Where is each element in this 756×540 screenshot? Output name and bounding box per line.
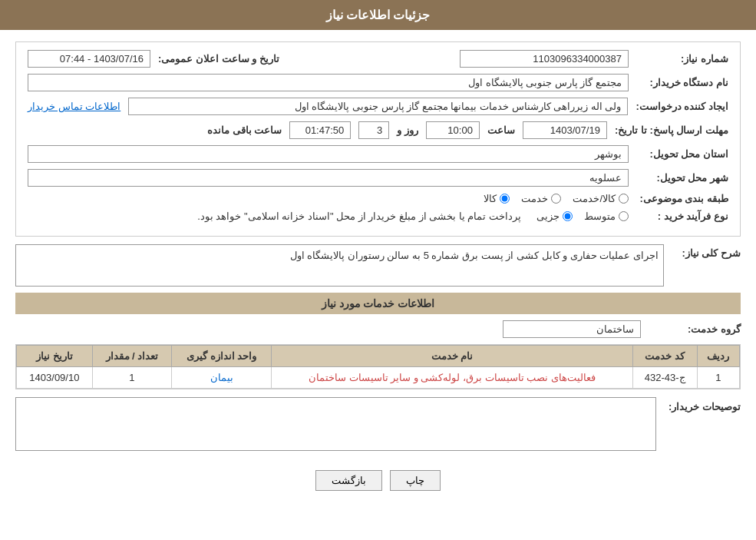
need-desc-value: اجرای عملیات حفاری و کابل کشی از پست برق… (15, 244, 664, 287)
province-value: بوشهر (28, 145, 629, 163)
category-row: طبقه بندی موضوعی: کالا/خدمت خدمت کالا (28, 193, 728, 204)
need-desc-label: شرح کلی نیاز: (672, 244, 741, 259)
creator-row: ایجاد کننده درخواست: ولی اله زیرراهی کار… (28, 98, 728, 115)
page-title: جزئیات اطلاعات نیاز (326, 8, 431, 22)
purchase-note: پرداخت تمام یا بخشی از مبلغ خریدار از مح… (197, 210, 521, 222)
need-number-value: 1103096334000387 (460, 50, 629, 68)
category-kala-khedmat-label: کالا/خدمت (573, 193, 616, 204)
page-header: جزئیات اطلاعات نیاز (0, 0, 756, 30)
deadline-days-label: روز و (397, 124, 418, 136)
content-area: شماره نیاز: 1103096334000387 تاریخ و ساع… (0, 30, 756, 514)
category-kala-radio[interactable] (500, 194, 510, 204)
cell-date: 1403/09/10 (17, 367, 93, 389)
city-row: شهر محل تحویل: عسلویه (28, 169, 728, 187)
purchase-row: نوع فرآیند خرید : متوسط جزیی پرداخت تمام… (28, 210, 728, 222)
col-quantity: تعداد / مقدار (92, 346, 171, 367)
buyer-value: مجتمع گاز پارس جنوبی پالایشگاه اول (28, 74, 629, 91)
purchase-jozi-item: جزیی (536, 210, 573, 222)
province-label: استان محل تحویل: (636, 148, 728, 160)
service-group-row: گروه خدمت: ساختمان (15, 320, 741, 338)
purchase-motaset-radio[interactable] (619, 211, 629, 221)
buyer-label: نام دستگاه خریدار: (636, 77, 728, 88)
category-kala-label: کالا (484, 193, 497, 204)
creator-value: ولی اله زیرراهی کارشناس خدمات بیمانها مج… (128, 98, 628, 115)
col-name: نام خدمت (272, 346, 632, 367)
need-desc-row: شرح کلی نیاز: اجرای عملیات حفاری و کابل … (15, 244, 741, 287)
deadline-time-label: ساعت (487, 124, 515, 136)
purchase-jozi-radio[interactable] (563, 211, 573, 221)
province-row: استان محل تحویل: بوشهر (28, 145, 728, 163)
category-label: طبقه بندی موضوعی: (636, 193, 728, 204)
city-label: شهر محل تحویل: (636, 172, 728, 184)
buyer-desc-textarea[interactable] (15, 397, 656, 451)
category-khedmat-radio[interactable] (551, 194, 561, 204)
service-group-value: ساختمان (503, 320, 641, 338)
col-unit: واحد اندازه گیری (172, 346, 272, 367)
category-khedmat-item: خدمت (521, 193, 561, 204)
category-radio-group: کالا/خدمت خدمت کالا (484, 193, 629, 204)
services-table: ردیف کد خدمت نام خدمت واحد اندازه گیری ت… (16, 345, 740, 389)
col-code: کد خدمت (632, 346, 697, 367)
buyer-desc-row: توصیحات خریدار: (15, 397, 741, 451)
cell-unit: بیمان (172, 367, 272, 389)
button-row: چاپ بازگشت (15, 459, 741, 502)
main-info-section: شماره نیاز: 1103096334000387 تاریخ و ساع… (15, 41, 741, 237)
deadline-row: مهلت ارسال پاسخ: تا تاریخ: 1403/07/19 سا… (28, 121, 728, 139)
category-khedmat-label: خدمت (521, 193, 548, 204)
services-header: اطلاعات خدمات مورد نیاز (15, 293, 741, 314)
col-row: ردیف (697, 346, 739, 367)
announcement-label: تاریخ و ساعت اعلان عمومی: (158, 53, 279, 65)
city-value: عسلویه (28, 169, 629, 187)
category-kala-khedmat-item: کالا/خدمت (573, 193, 629, 204)
deadline-date: 1403/07/19 (523, 121, 607, 139)
table-header-row: ردیف کد خدمت نام خدمت واحد اندازه گیری ت… (17, 346, 740, 367)
need-number-row: شماره نیاز: 1103096334000387 تاریخ و ساع… (28, 50, 728, 68)
buyer-desc-label: توصیحات خریدار: (664, 397, 741, 412)
services-table-section: ردیف کد خدمت نام خدمت واحد اندازه گیری ت… (15, 344, 741, 389)
purchase-label: نوع فرآیند خرید : (636, 210, 728, 222)
back-button[interactable]: بازگشت (315, 470, 382, 491)
page-wrapper: جزئیات اطلاعات نیاز شماره نیاز: 11030963… (0, 0, 756, 540)
purchase-radio-group: متوسط جزیی (536, 210, 629, 222)
buyer-row: نام دستگاه خریدار: مجتمع گاز پارس جنوبی … (28, 74, 728, 91)
cell-code: ج-43-432 (632, 367, 697, 389)
purchase-motaset-item: متوسط (584, 210, 629, 222)
purchase-motaset-label: متوسط (584, 210, 616, 222)
purchase-jozi-label: جزیی (536, 210, 560, 222)
creator-label: ایجاد کننده درخواست: (636, 101, 728, 112)
table-row: 1 ج-43-432 فعالیت‌های نصب تاسیسات برق، ل… (17, 367, 740, 389)
deadline-remaining-label: ساعت باقی مانده (207, 124, 282, 136)
need-number-label: شماره نیاز: (636, 53, 728, 65)
deadline-days: 3 (358, 121, 389, 139)
deadline-remaining: 01:47:50 (289, 121, 351, 139)
cell-quantity: 1 (92, 367, 171, 389)
print-button[interactable]: چاپ (390, 470, 441, 491)
deadline-time: 10:00 (426, 121, 480, 139)
service-group-label: گروه خدمت: (649, 323, 741, 335)
col-date: تاریخ نیاز (17, 346, 93, 367)
contact-link[interactable]: اطلاعات تماس خریدار (28, 101, 120, 112)
cell-row: 1 (697, 367, 739, 389)
category-kala-khedmat-radio[interactable] (619, 194, 629, 204)
cell-name: فعالیت‌های نصب تاسیسات برق، لوله‌کشی و س… (272, 367, 632, 389)
category-kala-item: کالا (484, 193, 510, 204)
deadline-label: مهلت ارسال پاسخ: تا تاریخ: (615, 124, 728, 136)
announcement-value: 1403/07/16 - 07:44 (28, 50, 150, 68)
